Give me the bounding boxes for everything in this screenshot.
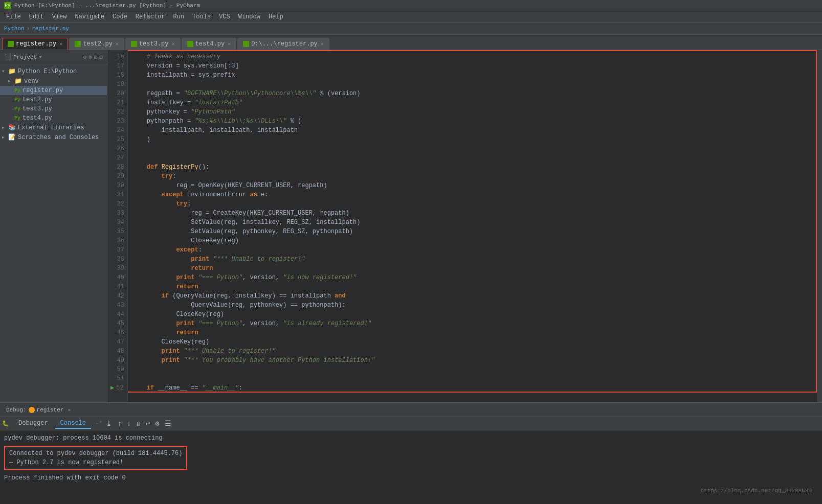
sidebar-item-test2[interactable]: Py test2.py [0,95,107,104]
tab-d-register[interactable]: Py D:\...\register.py ✕ [237,38,329,50]
tab-register[interactable]: Py register.py ✕ [2,38,68,50]
line-num-28: 28 [110,163,124,172]
line-num-27: 27 [110,153,124,163]
tab-d-register-label: D:\...\register.py [251,40,318,48]
bottom-tab-bar: Debug: register ✕ [0,403,822,417]
menu-file[interactable]: File [2,12,25,21]
sidebar-dropdown-icon[interactable]: ▼ [39,55,41,60]
sidebar-item-external-libs[interactable]: ▶ 📚 External Libraries [0,123,107,132]
sidebar-scroll-icon[interactable]: ⊕ [88,54,92,60]
tab-test2-close[interactable]: ✕ [116,41,119,47]
tree-arrow-scratches: ▶ [2,135,8,140]
tab-test3-label: test3.py [139,40,169,48]
code-line-43: QueryValue(reg, pythonkey) == pythonpath… [132,301,813,310]
menu-run[interactable]: Run [169,12,188,21]
menu-window[interactable]: Window [234,12,264,21]
line-num-47: 47 [110,337,124,347]
menu-refactor[interactable]: Refactor [131,12,169,21]
breadcrumb-file[interactable]: register.py [32,26,69,32]
py-file-icon-3: Py [131,41,137,47]
code-line-24: installpath, installpath, installpath [132,126,813,135]
code-line-40: print "=== Python", version, "is now reg… [132,273,813,282]
venv-folder-icon: 📁 [14,77,22,85]
code-line-42: if (QueryValue(reg, installkey) == insta… [132,291,813,301]
line-num-26: 26 [110,144,124,153]
sidebar-item-test3[interactable]: Py test3.py [0,104,107,113]
menu-view[interactable]: View [48,12,71,21]
tab-test4-close[interactable]: ✕ [228,41,231,47]
tab-console[interactable]: Console [55,419,91,429]
code-line-23: pythonpath = "%s;%s\\Lib\\;%s\\DLLs\\" %… [132,117,813,126]
menu-vcs[interactable]: VCS [215,12,234,21]
toolbar-btn-3[interactable]: ↓ [125,420,132,428]
sidebar-item-test4[interactable]: Py test4.py [0,113,107,123]
line-num-24: 24 [110,126,124,135]
register-py-icon: Py [14,88,20,94]
py-file-icon-4: Py [187,41,193,47]
code-line-33: reg = CreateKey(HKEY_CURRENT_USER, regpa… [132,209,813,218]
sidebar-expand-icon[interactable]: ⊞ [94,54,98,60]
debug-close-btn[interactable]: ✕ [68,407,71,413]
toolbar-btn-1[interactable]: ⤓ [104,419,114,428]
line-num-45: 45 [110,319,124,328]
line-num-41: 41 [110,282,124,291]
sidebar-tree: ▼ 📁 Python E:\Python ▶ 📁 venv Py registe… [0,64,107,402]
tree-arrow-venv: ▶ [8,79,14,83]
sidebar-item-register[interactable]: Py register.py [0,86,107,95]
menu-code[interactable]: Code [108,12,131,21]
breadcrumb-python[interactable]: Python [4,26,25,32]
code-line-28: def RegisterPy(): [132,163,813,172]
toolbar-btn-6[interactable]: ⚙ [153,419,161,428]
tab-d-close[interactable]: ✕ [321,41,324,47]
sidebar-settings-icon[interactable]: ⚙ [83,54,87,60]
sidebar-test3-label: test3.py [23,105,52,112]
code-line-47: CloseKey(reg) [132,337,813,347]
toolbar-btn-7[interactable]: ☰ [163,419,173,428]
menu-help[interactable]: Help [264,12,287,21]
sidebar-collapse-icon[interactable]: ⊟ [99,54,103,60]
tab-test3-close[interactable]: ✕ [172,41,175,47]
toolbar-btn-5[interactable]: ↩ [144,419,151,428]
scrollbar[interactable] [817,50,822,402]
line-num-37: 37 [110,245,124,255]
line-num-39: 39 [110,264,124,273]
code-line-51 [132,374,813,383]
menu-tools[interactable]: Tools [188,12,215,21]
tab-test3[interactable]: Py test3.py ✕ [125,38,181,50]
console-highlight-block: Connected to pydev debugger (build 181.4… [4,446,187,470]
line-num-40: 40 [110,273,124,282]
sidebar-ext-libs-label: External Libraries [18,124,84,131]
sidebar-item-venv[interactable]: ▶ 📁 venv [0,76,107,86]
sidebar-item-python-root[interactable]: ▼ 📁 Python E:\Python [0,66,107,76]
console-line-2: Connected to pydev debugger (build 181.4… [9,449,182,458]
code-line-48: print "*** Unable to register!" [132,347,813,356]
ext-libs-icon: 📚 [8,124,16,131]
sidebar-item-scratches[interactable]: ▶ 📝 Scratches and Consoles [0,132,107,142]
python-folder-icon: 📁 [8,67,16,75]
code-line-34: SetValue(reg, installkey, REG_SZ, instal… [132,218,813,227]
code-content[interactable]: # Tweak as necessary version = sys.versi… [128,50,817,402]
code-line-25: ) [132,135,813,144]
line-num-48: 48 [110,347,124,356]
sidebar-project-label: Project [13,54,37,60]
tab-test4[interactable]: Py test4.py ✕ [182,38,237,50]
code-line-39: return [132,264,813,273]
code-line-46: return [132,328,813,337]
tab-test2[interactable]: Py test2.py ✕ [69,38,124,50]
toolbar-btn-4[interactable]: ⇊ [135,419,142,428]
tab-register-close[interactable]: ✕ [59,41,62,47]
line-num-29: 29 [110,172,124,181]
test3-py-icon: Py [14,106,20,112]
tab-debugger-label: Debugger [18,420,48,427]
menu-edit[interactable]: Edit [25,12,48,21]
console-options-icon[interactable]: -* [95,420,102,427]
tab-console-label: Console [60,420,86,427]
code-line-17: version = sys.version[:3] [132,61,813,71]
sidebar-header: ⬛ Project ▼ ⚙ ⊕ ⊞ ⊟ [0,50,107,64]
toolbar-btn-2[interactable]: ↑ [116,420,123,428]
console-output: pydev debugger: process 10604 is connect… [0,430,822,504]
code-line-19 [132,80,813,89]
menu-navigate[interactable]: Navigate [71,12,108,21]
tab-debugger[interactable]: Debugger [13,419,53,429]
line-num-46: 46 [110,328,124,337]
